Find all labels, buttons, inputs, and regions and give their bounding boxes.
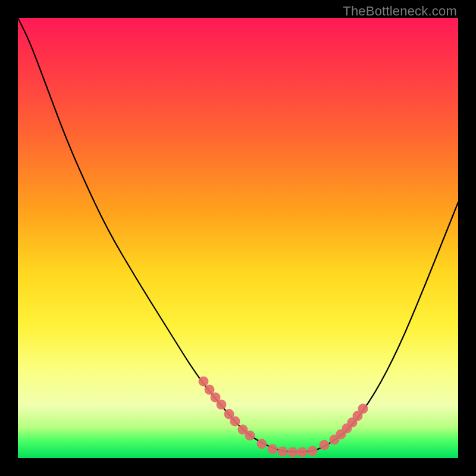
chart-frame: TheBottleneck.com: [0, 0, 476, 476]
chart-svg: [18, 18, 458, 458]
marker-dot: [308, 446, 318, 456]
marker-dot: [199, 377, 209, 387]
highlighted-points: [199, 377, 368, 458]
watermark-text: TheBottleneck.com: [343, 4, 457, 19]
marker-dot: [278, 447, 288, 457]
marker-dot: [288, 447, 298, 458]
marker-dot: [217, 400, 227, 410]
marker-dot: [257, 439, 267, 449]
bottleneck-curve: [18, 18, 458, 452]
marker-dot: [358, 404, 368, 414]
marker-dot: [298, 447, 308, 458]
marker-dot: [268, 444, 278, 455]
plot-area: [18, 18, 458, 458]
marker-dot: [245, 431, 255, 441]
marker-dot: [230, 416, 240, 427]
marker-dot: [320, 440, 330, 450]
